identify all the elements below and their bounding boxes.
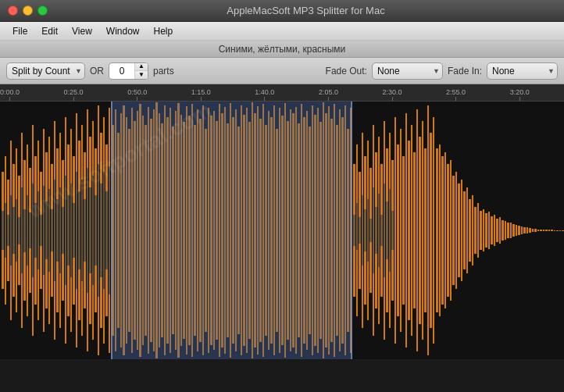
svg-rect-45 xyxy=(12,207,15,254)
svg-rect-258 xyxy=(386,201,388,259)
svg-rect-199 xyxy=(436,148,438,312)
svg-rect-209 xyxy=(463,191,466,269)
svg-rect-75 xyxy=(95,195,97,265)
svg-rect-52 xyxy=(32,184,34,277)
svg-rect-43 xyxy=(7,215,9,246)
svg-rect-204 xyxy=(450,160,452,301)
window-controls xyxy=(8,5,48,16)
svg-rect-50 xyxy=(27,195,28,265)
svg-rect-65 xyxy=(67,195,70,265)
svg-rect-198 xyxy=(433,117,434,344)
svg-rect-250 xyxy=(364,209,366,251)
menu-view[interactable]: View xyxy=(66,24,98,38)
svg-rect-222 xyxy=(499,217,501,244)
svg-rect-56 xyxy=(43,186,45,275)
minimize-button[interactable] xyxy=(23,5,33,16)
svg-rect-240 xyxy=(548,230,550,231)
menu-bar: File Edit View Window Help xyxy=(0,22,564,41)
song-title-bar: Синими, жёлтыми, красными xyxy=(0,41,564,58)
svg-rect-226 xyxy=(510,223,512,238)
svg-rect-236 xyxy=(537,230,539,231)
svg-rect-68 xyxy=(76,172,77,289)
menu-window[interactable]: Window xyxy=(100,24,146,38)
svg-rect-242 xyxy=(554,230,555,231)
stepper-buttons: ▲ ▼ xyxy=(134,62,148,80)
svg-rect-79 xyxy=(105,191,108,269)
svg-rect-213 xyxy=(474,207,477,254)
svg-rect-73 xyxy=(89,187,91,273)
app-title: AppleMacSoft MP3 Splitter for Mac xyxy=(55,5,556,16)
svg-rect-197 xyxy=(430,133,432,328)
timeline-markers: 0:00.0 0:25.0 0:50.0 1:15.0 1:40.0 2:05.… xyxy=(0,84,564,101)
close-button[interactable] xyxy=(8,5,18,16)
svg-rect-55 xyxy=(40,215,42,246)
svg-rect-254 xyxy=(375,207,377,254)
svg-rect-194 xyxy=(422,121,423,340)
svg-rect-247 xyxy=(356,203,358,250)
svg-rect-61 xyxy=(56,199,59,262)
svg-rect-66 xyxy=(70,184,72,277)
svg-rect-47 xyxy=(18,217,20,244)
title-bar: AppleMacSoft MP3 Splitter for Mac xyxy=(0,0,564,22)
svg-rect-215 xyxy=(480,211,482,250)
count-input[interactable] xyxy=(109,66,134,77)
svg-rect-221 xyxy=(496,219,498,242)
svg-rect-184 xyxy=(394,117,396,344)
svg-rect-252 xyxy=(369,219,372,242)
menu-file[interactable]: File xyxy=(6,24,34,38)
svg-rect-260 xyxy=(391,211,394,250)
svg-rect-59 xyxy=(51,209,53,251)
svg-rect-46 xyxy=(16,199,17,262)
svg-rect-208 xyxy=(461,180,462,281)
svg-rect-256 xyxy=(380,215,383,246)
tick-3: 1:15.0 xyxy=(191,88,211,101)
fade-out-select[interactable]: None Linear Exponential xyxy=(372,62,443,80)
stepper-up[interactable]: ▲ xyxy=(135,62,148,72)
tick-5: 2:05.0 xyxy=(319,88,338,101)
svg-rect-253 xyxy=(373,187,374,273)
fade-in-select[interactable]: None Linear Exponential xyxy=(487,62,558,80)
split-mode-select[interactable]: Split by Count Split by Size Split by Ti… xyxy=(6,62,85,80)
svg-rect-211 xyxy=(469,199,471,262)
svg-rect-58 xyxy=(48,189,50,272)
svg-rect-234 xyxy=(532,229,534,232)
svg-rect-232 xyxy=(527,227,528,233)
svg-rect-188 xyxy=(405,113,407,347)
svg-rect-227 xyxy=(512,224,515,237)
svg-rect-257 xyxy=(384,184,385,277)
svg-rect-243 xyxy=(556,230,559,231)
maximize-button[interactable] xyxy=(37,5,48,16)
svg-rect-201 xyxy=(441,156,444,305)
controls-bar: Split by Count Split by Size Split by Ti… xyxy=(0,58,564,84)
svg-rect-193 xyxy=(419,137,421,324)
fade-in-label: Fade In: xyxy=(448,66,482,77)
svg-rect-63 xyxy=(62,207,64,254)
svg-rect-53 xyxy=(34,203,37,258)
svg-rect-237 xyxy=(540,230,542,231)
menu-help[interactable]: Help xyxy=(148,24,180,38)
menu-edit[interactable]: Edit xyxy=(35,24,64,38)
svg-rect-224 xyxy=(505,221,506,240)
svg-rect-223 xyxy=(502,220,504,241)
svg-rect-54 xyxy=(37,191,39,269)
svg-rect-71 xyxy=(84,199,86,262)
svg-rect-187 xyxy=(402,156,405,305)
fade-out-wrapper[interactable]: None Linear Exponential ▼ xyxy=(372,62,443,80)
svg-rect-49 xyxy=(23,209,26,252)
waveform-area[interactable]: www.softportal.com xyxy=(0,102,564,359)
fade-in-wrapper[interactable]: None Linear Exponential ▼ xyxy=(487,62,558,80)
svg-rect-239 xyxy=(545,230,548,231)
svg-rect-57 xyxy=(45,201,48,259)
split-mode-wrapper[interactable]: Split by Count Split by Size Split by Ti… xyxy=(6,62,85,80)
stepper-down[interactable]: ▼ xyxy=(135,71,148,80)
svg-rect-41 xyxy=(2,211,4,250)
svg-rect-259 xyxy=(389,189,391,272)
timeline: 0:00.0 0:25.0 0:50.0 1:15.0 1:40.0 2:05.… xyxy=(0,84,564,102)
svg-rect-192 xyxy=(416,109,418,351)
svg-rect-214 xyxy=(477,203,479,258)
count-stepper[interactable]: ▲ ▼ xyxy=(109,62,148,80)
svg-rect-212 xyxy=(472,195,473,265)
svg-rect-246 xyxy=(353,215,355,246)
tick-4: 1:40.0 xyxy=(255,88,274,101)
svg-rect-185 xyxy=(397,144,399,316)
